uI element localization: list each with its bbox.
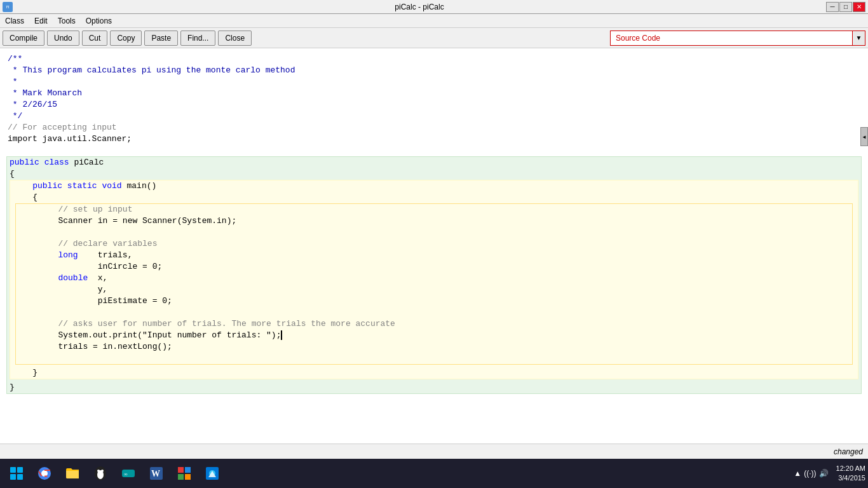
code-line [16,227,852,238]
code-line: import java.util.Scanner; [5,133,863,145]
windows-icon [10,467,23,480]
shapes-icon [177,466,192,481]
folder-icon [65,466,80,481]
code-line: // declare variables [16,238,852,250]
code-line: { [7,168,861,180]
changed-label: changed [834,447,863,456]
close-doc-button[interactable]: Close [218,30,252,46]
taskbar-right: ▲ ((·)) 🔊 12:20 AM 3/4/2015 [794,464,865,484]
code-line [16,353,852,364]
maximize-button[interactable]: □ [839,2,852,12]
title-bar-controls[interactable]: ─ □ ✕ [826,2,865,12]
compile-button[interactable]: Compile [3,30,44,46]
chrome-icon [37,466,52,481]
menu-class[interactable]: Class [3,15,27,27]
code-line: * Mark Monarch [5,88,863,99]
undo-button[interactable]: Undo [47,30,79,46]
cut-button[interactable]: Cut [82,30,108,46]
code-line: inCircle = 0; [16,261,852,273]
word-icon: W [149,466,164,481]
clock-time: 12:20 AM [836,464,865,473]
taskbar: ∞ W ▲ ((·)) 🔊 12:20 AM [0,459,868,488]
toolbar: Compile Undo Cut Copy Paste Find... Clos… [0,28,868,48]
code-line [5,145,863,156]
code-line: // For accepting input [5,122,863,133]
menu-options[interactable]: Options [83,15,114,27]
code-line: y, [16,284,852,295]
code-line: public static void main() [10,180,858,192]
code-line: long trials, [16,250,852,261]
find-button[interactable]: Find... [180,30,215,46]
clock-date: 3/4/2015 [836,473,865,483]
close-button[interactable]: ✕ [853,2,865,12]
menu-bar: Class Edit Tools Options [0,14,868,28]
code-line: /** [5,53,863,65]
app4-taskbar-icon[interactable] [86,461,114,486]
wifi-icon: ((·)) [804,469,816,478]
class-block: public class piCalc { public static void… [6,156,862,394]
photos-icon [205,466,220,481]
title-text: piCalc - piCalc [13,3,826,11]
code-line: * This program calculates pi using the m… [5,65,863,76]
collapse-tab[interactable]: ◀ [860,127,868,146]
svg-rect-10 [178,467,184,473]
code-line: // set up input [16,204,852,215]
svg-point-4 [97,470,100,472]
code-line: Scanner in = new Scanner(System.in); [16,215,852,227]
source-code-dropdown[interactable]: Source Code ▼ [610,30,865,46]
tray-icons: ▲ ((·)) 🔊 [794,469,828,478]
code-line [16,307,852,318]
arduino-icon: ∞ [121,466,136,481]
dropdown-arrow-icon[interactable]: ▼ [852,31,865,45]
chrome-taskbar-icon[interactable] [31,461,58,486]
editor-area[interactable]: /** * This program calculates pi using t… [0,48,868,444]
svg-rect-12 [178,474,184,480]
code-line: * 2/26/15 [5,99,863,111]
menu-tools[interactable]: Tools [55,15,78,27]
svg-point-5 [101,470,104,472]
start-button[interactable] [3,461,31,486]
code-line: */ [5,111,863,122]
code-line: } [7,382,861,393]
app4-icon [93,466,108,481]
source-code-label: Source Code [611,31,852,45]
code-line: } [10,367,858,379]
photos-taskbar-icon[interactable] [198,461,226,486]
volume-icon: 🔊 [819,469,829,478]
code-line: piEstimate = 0; [16,295,852,307]
code-line: trials = in.nextLong(); [16,341,852,353]
method-block: public static void main() { // set up in… [10,180,858,379]
svg-rect-11 [185,467,191,473]
menu-edit[interactable]: Edit [32,15,50,27]
title-bar-left: π [3,2,13,12]
svg-rect-13 [185,474,191,480]
shapes-taskbar-icon[interactable] [170,461,198,486]
svg-text:W: W [151,469,160,478]
explorer-taskbar-icon[interactable] [58,461,86,486]
word-taskbar-icon[interactable]: W [142,461,170,486]
code-line: public class piCalc [7,157,861,168]
clock[interactable]: 12:20 AM 3/4/2015 [836,464,865,484]
arduino-taskbar-icon[interactable]: ∞ [114,461,142,486]
minimize-button[interactable]: ─ [826,2,839,12]
network-icon: ▲ [794,469,801,478]
code-editor[interactable]: /** * This program calculates pi using t… [0,51,868,441]
code-line: * [5,76,863,88]
copy-button[interactable]: Copy [110,30,142,46]
paste-button[interactable]: Paste [144,30,178,46]
code-line: double x, [16,273,852,284]
title-bar: π piCalc - piCalc ─ □ ✕ [0,0,868,14]
app-icon: π [3,2,13,12]
status-bar: changed [0,444,868,459]
code-line: System.out.print("Input number of trials… [16,330,852,341]
code-line: // asks user for number of trials. The m… [16,318,852,330]
inner-block: // set up input Scanner in = new Scanner… [15,203,853,365]
svg-text:∞: ∞ [124,471,128,477]
code-line: { [10,192,858,203]
